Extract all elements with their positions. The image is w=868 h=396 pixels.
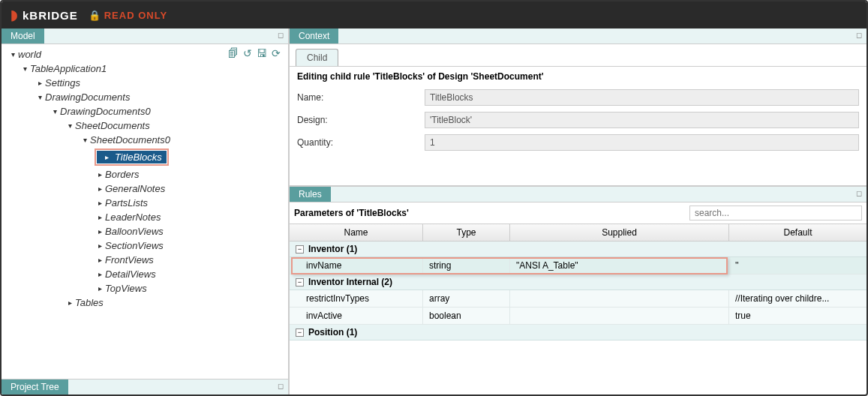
cell-type: boolean [423, 308, 510, 324]
tree-node-topviews[interactable]: ▸TopViews [2, 281, 288, 296]
cell-name: restrictInvTypes [290, 290, 423, 307]
rules-tab-row: Rules ◻ [290, 187, 866, 202]
tree-node-tables[interactable]: ▸Tables [2, 296, 288, 310]
cell-name: invActive [290, 308, 423, 324]
collapse-icon[interactable]: ◻ [856, 31, 862, 39]
tree-node-drawingdocs[interactable]: ▾DrawingDocuments [2, 90, 288, 104]
row-restrictinvtypes[interactable]: restrictInvTypes array //Iterating over … [290, 290, 866, 308]
row-invname[interactable]: invName string "ANSI A_Table" '' [290, 257, 866, 274]
cell-default: true [729, 308, 866, 324]
cell-type: string [423, 257, 510, 274]
form-row-name: Name: TitleBlocks [290, 86, 866, 109]
minus-icon[interactable]: − [296, 328, 304, 337]
collapse-icon[interactable]: ◻ [278, 31, 284, 39]
model-tree: 🗐 ↺ 🖫 ⟳ ▾world ▾TableApplication1 ▸Setti… [2, 44, 288, 379]
tab-rules[interactable]: Rules [290, 187, 331, 202]
context-tab-row: Context ◻ [290, 28, 866, 44]
group-inventor[interactable]: −Inventor (1) [290, 242, 866, 257]
left-panel: Model ◻ 🗐 ↺ 🖫 ⟳ ▾world ▾TableApplication… [2, 28, 290, 394]
minus-icon[interactable]: − [296, 278, 304, 286]
rules-table-header: Name Type Supplied Default [290, 224, 866, 242]
app-header: ◗ kBRIDGE 🔒 READ ONLY [2, 2, 866, 28]
project-tree-row: Project Tree ◻ [2, 379, 288, 394]
params-header: Parameters of 'TitleBlocks' [290, 202, 866, 224]
expand-icon[interactable]: ◻ [278, 382, 284, 390]
context-body: Child Editing child rule 'TitleBlocks' o… [290, 44, 866, 187]
design-label: Design: [297, 115, 425, 125]
save-icon[interactable]: 🖫 [257, 47, 267, 59]
name-field[interactable]: TitleBlocks [425, 89, 859, 106]
col-type[interactable]: Type [423, 224, 510, 241]
rules-table-body: −Inventor (1) invName string "ANSI A_Tab… [290, 242, 866, 394]
group-inventor-internal[interactable]: −Inventor Internal (2) [290, 274, 866, 290]
refresh-icon[interactable]: ⟳ [272, 47, 281, 59]
readonly-text: READ ONLY [104, 10, 167, 21]
tree-node-sectionviews[interactable]: ▸SectionViews [2, 238, 288, 253]
logo-icon: ◗ [11, 7, 18, 23]
tab-project-tree[interactable]: Project Tree [2, 380, 68, 394]
quantity-label: Quantity: [297, 137, 425, 148]
tree-node-frontviews[interactable]: ▸FrontViews [2, 253, 288, 267]
tree-node-sheetdocs0[interactable]: ▾SheetDocuments0 [2, 133, 288, 147]
undo-icon[interactable]: ↺ [243, 47, 252, 59]
model-tab-row: Model ◻ [2, 28, 288, 44]
tree-node-balloonviews[interactable]: ▸BalloonViews [2, 224, 288, 238]
cell-supplied [510, 290, 729, 307]
right-panel: Context ◻ Child Editing child rule 'Titl… [290, 28, 866, 394]
readonly-badge: 🔒 READ ONLY [89, 10, 167, 21]
col-default[interactable]: Default [729, 224, 866, 241]
form-row-quantity: Quantity: 1 [290, 131, 866, 154]
rules-body: Parameters of 'TitleBlocks' Name Type Su… [290, 202, 866, 394]
tree-toolbar: 🗐 ↺ 🖫 ⟳ [228, 47, 281, 59]
col-name[interactable]: Name [290, 224, 423, 241]
brand-text: kBRIDGE [23, 9, 78, 22]
main-layout: Model ◻ 🗐 ↺ 🖫 ⟳ ▾world ▾TableApplication… [2, 28, 866, 394]
tree-node-drawingdocs0[interactable]: ▾DrawingDocuments0 [2, 104, 288, 118]
doc-icon[interactable]: 🗐 [228, 47, 239, 59]
lock-icon: 🔒 [89, 10, 101, 21]
collapse-icon[interactable]: ◻ [856, 189, 862, 197]
cell-supplied [510, 308, 729, 324]
brand-logo: ◗ kBRIDGE [11, 7, 78, 23]
tree-node-partslists[interactable]: ▸PartsLists [2, 196, 288, 210]
cell-name: invName [290, 257, 423, 274]
tree-node-titleblocks[interactable]: ▸TitleBlocks [2, 147, 288, 167]
group-position[interactable]: −Position (1) [290, 325, 866, 340]
tree-node-sheetdocs[interactable]: ▾SheetDocuments [2, 118, 288, 133]
editing-title: Editing child rule 'TitleBlocks' of Desi… [290, 66, 866, 86]
row-invactive[interactable]: invActive boolean true [290, 308, 866, 325]
tab-context[interactable]: Context [290, 28, 338, 44]
name-label: Name: [297, 92, 425, 103]
quantity-field[interactable]: 1 [425, 134, 859, 151]
tree-node-leadernotes[interactable]: ▸LeaderNotes [2, 210, 288, 224]
tab-model[interactable]: Model [2, 28, 44, 44]
minus-icon[interactable]: − [296, 245, 304, 254]
cell-default: //Iterating over childre... [729, 290, 866, 307]
cell-supplied: "ANSI A_Table" [510, 257, 729, 274]
cell-type: array [423, 290, 510, 307]
search-input[interactable] [689, 206, 862, 220]
tree-node-settings[interactable]: ▸Settings [2, 76, 288, 90]
params-title: Parameters of 'TitleBlocks' [294, 208, 409, 218]
col-supplied[interactable]: Supplied [510, 224, 729, 241]
cell-default: '' [729, 257, 866, 274]
form-row-design: Design: 'TitleBlock' [290, 109, 866, 131]
design-field[interactable]: 'TitleBlock' [425, 112, 859, 128]
tree-node-detailviews[interactable]: ▸DetailViews [2, 267, 288, 281]
tab-child[interactable]: Child [296, 49, 338, 66]
tree-node-generalnotes[interactable]: ▸GeneralNotes [2, 182, 288, 196]
tree-node-borders[interactable]: ▸Borders [2, 167, 288, 182]
tree-node-tableapp[interactable]: ▾TableApplication1 [2, 62, 288, 76]
